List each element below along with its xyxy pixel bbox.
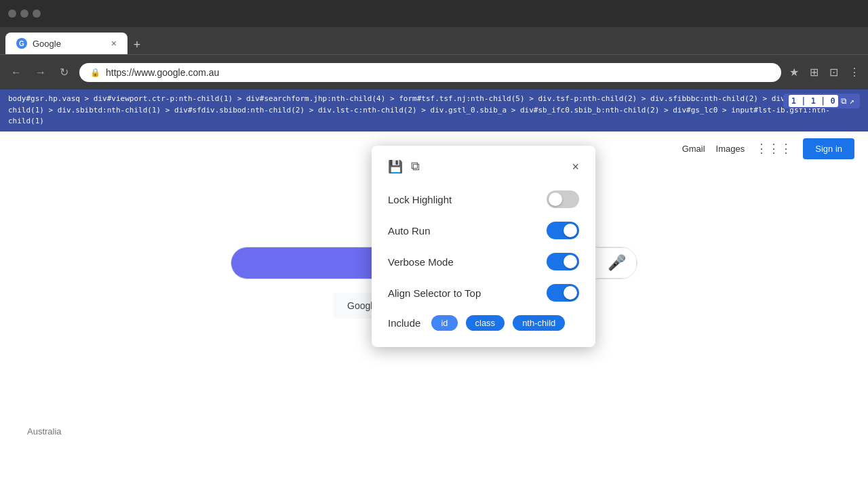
title-bar: [0, 0, 868, 27]
cast-icon[interactable]: ⊡: [829, 66, 838, 79]
auto-run-label: Auto Run: [388, 225, 431, 237]
align-selector-row: Align Selector to Top: [388, 284, 579, 302]
counter-value: 1 | 1 | 0: [789, 95, 838, 107]
active-tab[interactable]: G Google ×: [5, 33, 127, 54]
auto-run-knob: [564, 224, 577, 237]
minimize-traffic-light[interactable]: [20, 9, 28, 18]
url-text: https://www.google.com.au: [106, 67, 219, 78]
counter-external-icon[interactable]: ↗: [850, 95, 854, 107]
apps-icon[interactable]: ⋮⋮⋮: [755, 141, 792, 156]
counter-copy-icon[interactable]: ⧉: [841, 95, 847, 107]
verbose-mode-toggle[interactable]: [547, 253, 579, 270]
maximize-traffic-light[interactable]: [33, 9, 41, 18]
address-actions: ★ ⊞ ⊡ ⋮: [789, 66, 860, 79]
google-header: Gmail Images ⋮⋮⋮ Sign in: [669, 131, 868, 166]
auto-run-toggle[interactable]: [547, 222, 579, 239]
align-selector-toggle[interactable]: [547, 284, 579, 302]
australia-link[interactable]: Australia: [27, 426, 62, 436]
sign-in-button[interactable]: Sign in: [803, 138, 854, 159]
new-tab-button[interactable]: +: [127, 35, 146, 54]
popup-save-icon[interactable]: 💾: [388, 159, 403, 174]
popup-header: 💾 ⧉ ×: [388, 159, 579, 174]
traffic-lights: [8, 9, 41, 18]
lock-icon: 🔒: [90, 68, 100, 77]
popup-copy-icon[interactable]: ⧉: [411, 159, 420, 174]
popup-close-button[interactable]: ×: [572, 160, 579, 174]
verbose-mode-knob: [564, 255, 577, 268]
lock-highlight-row: Lock Highlight: [388, 190, 579, 208]
align-selector-knob: [564, 286, 577, 300]
include-row: Include id class nth-child: [388, 315, 579, 331]
tag-id[interactable]: id: [431, 315, 457, 331]
refresh-button[interactable]: ↻: [57, 63, 71, 81]
address-bar: ← → ↻ 🔒 https://www.google.com.au ★ ⊞ ⊡ …: [0, 54, 868, 89]
close-traffic-light[interactable]: [8, 9, 16, 18]
tab-close-button[interactable]: ×: [111, 38, 117, 49]
back-button[interactable]: ←: [8, 64, 24, 81]
tab-favicon: G: [16, 38, 27, 49]
search-mic-area[interactable]: 🎤: [597, 247, 637, 279]
verbose-mode-row: Verbose Mode: [388, 253, 579, 270]
selector-counter: 1 | 1 | 0 ⧉ ↗: [783, 94, 860, 108]
address-input[interactable]: 🔒 https://www.google.com.au: [79, 63, 781, 82]
align-selector-label: Align Selector to Top: [388, 287, 481, 299]
bookmark-icon[interactable]: ★: [789, 66, 799, 79]
include-label: Include: [388, 317, 420, 329]
popup-action-icons: 💾 ⧉: [388, 159, 420, 174]
tab-label: Google: [33, 39, 61, 49]
extensions-icon[interactable]: ⊞: [810, 66, 818, 79]
gmail-link[interactable]: Gmail: [682, 144, 705, 154]
selector-path-text: body#gsr.hp.vasq > div#viewport.ctr-p:nt…: [8, 94, 852, 125]
menu-icon[interactable]: ⋮: [849, 66, 860, 79]
auto-run-row: Auto Run: [388, 222, 579, 239]
forward-button[interactable]: →: [33, 64, 49, 81]
mic-icon[interactable]: 🎤: [608, 254, 626, 272]
lock-highlight-knob: [549, 192, 562, 206]
verbose-mode-label: Verbose Mode: [388, 256, 454, 268]
popup-panel: 💾 ⧉ × Lock Highlight Auto Run Verbose Mo…: [372, 146, 595, 347]
tab-bar: G Google × +: [0, 27, 868, 54]
lock-highlight-toggle[interactable]: [547, 190, 579, 208]
tag-nth-child[interactable]: nth-child: [513, 315, 565, 331]
images-link[interactable]: Images: [716, 144, 745, 154]
selector-bar: body#gsr.hp.vasq > div#viewport.ctr-p:nt…: [0, 89, 868, 131]
lock-highlight-label: Lock Highlight: [388, 194, 452, 205]
tag-class[interactable]: class: [466, 315, 505, 331]
